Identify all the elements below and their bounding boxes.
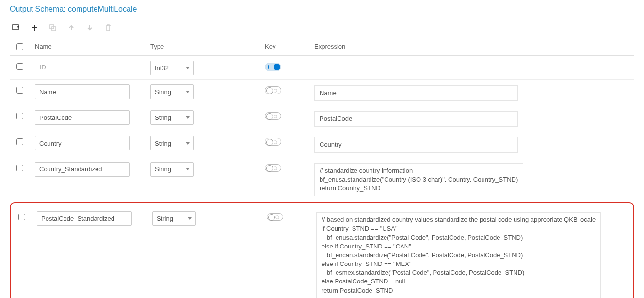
table-row: StringName xyxy=(10,80,634,105)
type-select[interactable]: String xyxy=(150,162,194,177)
type-label: String xyxy=(155,166,171,173)
chevron-down-icon xyxy=(186,67,190,69)
key-toggle[interactable] xyxy=(267,213,283,221)
type-select[interactable]: String xyxy=(152,211,196,226)
name-input[interactable] xyxy=(37,211,132,226)
expression-box[interactable]: // standardize country information bf_en… xyxy=(314,163,523,197)
row-checkbox[interactable] xyxy=(16,87,23,94)
key-toggle[interactable] xyxy=(265,112,281,120)
move-down-icon xyxy=(85,23,94,32)
key-toggle[interactable] xyxy=(265,86,281,94)
chevron-down-icon xyxy=(186,116,190,119)
table-row: IDInt32 xyxy=(10,56,634,80)
table-row: String// based on standardized country v… xyxy=(12,206,632,298)
type-label: Int32 xyxy=(155,65,169,72)
row-checkbox[interactable] xyxy=(16,63,23,70)
type-label: String xyxy=(157,215,173,222)
name-input[interactable] xyxy=(35,136,130,150)
row-checkbox[interactable] xyxy=(16,165,23,171)
add-icon[interactable] xyxy=(30,23,39,32)
schema-import-icon[interactable] xyxy=(12,23,20,32)
type-select[interactable]: String xyxy=(150,110,194,125)
key-toggle[interactable] xyxy=(265,164,281,172)
svg-rect-0 xyxy=(13,25,18,30)
schema-table: Name Type Key Expression IDInt32StringNa… xyxy=(10,37,634,298)
chevron-down-icon xyxy=(186,168,190,170)
row-checkbox[interactable] xyxy=(18,214,25,220)
header-key: Key xyxy=(265,43,311,50)
page-title: Output Schema: computeMultiLocale xyxy=(10,5,634,14)
table-header: Name Type Key Expression xyxy=(10,37,634,56)
name-label: ID xyxy=(35,61,46,71)
type-select[interactable]: String xyxy=(150,136,194,150)
table-row: StringPostalCode xyxy=(10,105,634,131)
chevron-down-icon xyxy=(186,142,190,145)
type-label: String xyxy=(155,140,171,147)
expression-box[interactable]: Country xyxy=(314,137,518,152)
expression-box[interactable]: // based on standardized country values … xyxy=(316,212,601,298)
type-label: String xyxy=(155,114,171,121)
chevron-down-icon xyxy=(188,217,192,220)
type-select[interactable]: Int32 xyxy=(150,61,194,75)
expression-box[interactable]: PostalCode xyxy=(314,111,518,127)
select-all-checkbox[interactable] xyxy=(16,43,23,50)
key-toggle[interactable] xyxy=(265,138,281,146)
toolbar xyxy=(10,23,634,32)
highlighted-row: String// based on standardized country v… xyxy=(10,202,634,298)
header-type: Type xyxy=(150,43,265,50)
header-name: Name xyxy=(32,43,150,50)
chevron-down-icon xyxy=(186,91,190,93)
copy-icon xyxy=(48,23,57,32)
header-expression: Expression xyxy=(311,43,634,50)
row-checkbox[interactable] xyxy=(16,138,23,145)
table-row: StringCountry xyxy=(10,131,634,157)
move-up-icon xyxy=(67,23,76,32)
name-input[interactable] xyxy=(35,162,130,177)
name-input[interactable] xyxy=(35,84,130,99)
table-row: String// standardize country information… xyxy=(10,157,634,201)
name-input[interactable] xyxy=(35,110,130,125)
expression-box[interactable]: Name xyxy=(314,85,518,101)
delete-icon xyxy=(104,23,113,32)
type-select[interactable]: String xyxy=(150,84,194,99)
type-label: String xyxy=(155,88,171,96)
row-checkbox[interactable] xyxy=(16,113,23,119)
key-toggle[interactable] xyxy=(265,63,281,71)
